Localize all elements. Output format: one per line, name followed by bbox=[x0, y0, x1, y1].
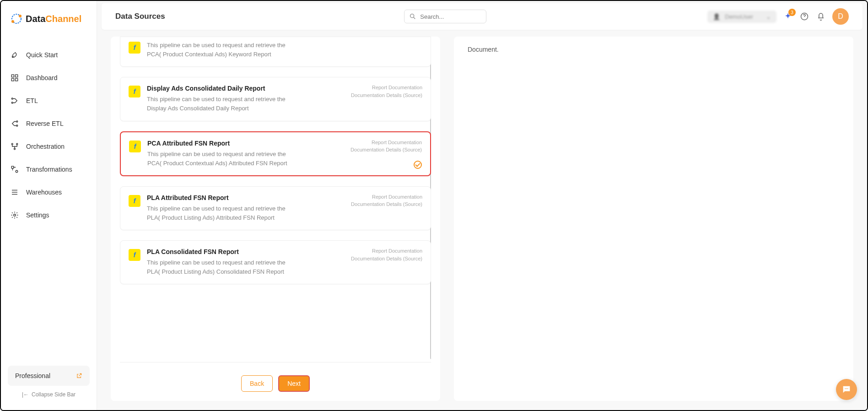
nav-label: Reverse ETL bbox=[26, 120, 64, 127]
nav-reverse-etl[interactable]: Reverse ETL bbox=[1, 112, 97, 135]
report-card[interactable]: fPLA Consolidated FSN ReportThis pipelin… bbox=[120, 240, 431, 284]
nav-dashboard[interactable]: Dashboard bbox=[1, 66, 97, 89]
svg-point-19 bbox=[14, 214, 16, 216]
nav-label: Orchestration bbox=[26, 143, 65, 150]
page-title: Data Sources bbox=[115, 12, 165, 21]
flipkart-icon: f bbox=[129, 86, 140, 97]
nav-transformations[interactable]: Transformations bbox=[1, 158, 97, 181]
doc-links: Report DocumentationDocumentation Detail… bbox=[351, 193, 422, 208]
svg-point-2 bbox=[11, 20, 14, 23]
report-card[interactable]: fPCA Attributed FSN ReportThis pipeline … bbox=[120, 131, 431, 176]
doc-links: Report DocumentationDocumentation Detail… bbox=[351, 247, 422, 262]
flipkart-icon: f bbox=[129, 141, 141, 152]
report-desc: This pipeline can be used to request and… bbox=[147, 258, 289, 276]
nav: Quick Start Dashboard ETL Reverse ETL Or… bbox=[1, 34, 97, 359]
doc-link[interactable]: Report Documentation bbox=[351, 84, 422, 92]
nav-quick-start[interactable]: Quick Start bbox=[1, 43, 97, 66]
report-card[interactable]: fDisplay Ads Consolidated Daily ReportTh… bbox=[120, 77, 431, 121]
doc-link[interactable]: Report Documentation bbox=[351, 193, 422, 201]
side-panel-text: Document. bbox=[468, 46, 499, 53]
grid-icon bbox=[10, 73, 19, 82]
chat-bubble[interactable] bbox=[836, 379, 857, 400]
svg-point-8 bbox=[11, 102, 13, 103]
side-panel: Document. bbox=[454, 37, 853, 401]
avatar[interactable]: D bbox=[832, 8, 849, 25]
user-dropdown[interactable]: 👤 DemoUser ⌄ bbox=[707, 11, 776, 23]
svg-point-22 bbox=[845, 388, 846, 389]
svg-point-24 bbox=[847, 388, 848, 389]
report-desc: This pipeline can be used to request and… bbox=[147, 41, 289, 59]
svg-rect-14 bbox=[11, 166, 14, 168]
doc-link[interactable]: Documentation Details (Source) bbox=[350, 146, 422, 154]
next-button[interactable]: Next bbox=[278, 375, 310, 392]
nav-orchestration[interactable]: Orchestration bbox=[1, 135, 97, 158]
doc-link[interactable]: Report Documentation bbox=[351, 247, 422, 255]
doc-links: Report DocumentationDocumentation Detail… bbox=[351, 84, 422, 99]
nav-warehouses[interactable]: Warehouses bbox=[1, 181, 97, 204]
svg-point-20 bbox=[410, 14, 414, 18]
svg-point-11 bbox=[11, 143, 13, 145]
nav-label: Quick Start bbox=[26, 51, 58, 59]
collapse-sidebar[interactable]: |← Collapse Side Bar bbox=[8, 386, 90, 403]
back-button[interactable]: Back bbox=[241, 375, 273, 392]
bell-icon[interactable] bbox=[816, 11, 826, 22]
svg-point-10 bbox=[16, 125, 18, 126]
report-desc: This pipeline can be used to request and… bbox=[147, 150, 289, 168]
svg-rect-5 bbox=[11, 79, 14, 81]
database-icon bbox=[10, 188, 19, 197]
external-link-icon bbox=[76, 373, 82, 379]
report-desc: This pipeline can be used to request and… bbox=[147, 95, 289, 113]
search-icon bbox=[409, 13, 416, 20]
doc-links: Report DocumentationDocumentation Detail… bbox=[350, 139, 422, 154]
svg-point-9 bbox=[16, 121, 18, 122]
doc-link[interactable]: Report Documentation bbox=[350, 139, 422, 146]
report-card[interactable]: fPLA Attributed FSN ReportThis pipeline … bbox=[120, 186, 431, 230]
logo-text: DataChannel bbox=[26, 14, 81, 24]
nav-label: Dashboard bbox=[26, 74, 58, 81]
doc-link[interactable]: Documentation Details (Source) bbox=[351, 255, 422, 263]
orchestration-icon bbox=[10, 142, 19, 151]
topbar: Data Sources 👤 DemoUser ⌄ 3 bbox=[102, 3, 863, 30]
doc-link[interactable]: Documentation Details (Source) bbox=[351, 200, 422, 208]
pager: Back Next bbox=[120, 362, 431, 392]
report-list: fThis pipeline can be used to request an… bbox=[111, 37, 440, 401]
svg-rect-4 bbox=[16, 75, 18, 77]
svg-rect-6 bbox=[16, 79, 18, 81]
search-input[interactable] bbox=[420, 13, 497, 20]
svg-point-15 bbox=[16, 170, 18, 173]
main: Data Sources 👤 DemoUser ⌄ 3 bbox=[97, 1, 867, 410]
report-desc: This pipeline can be used to request and… bbox=[147, 204, 289, 222]
flipkart-icon: f bbox=[129, 42, 140, 54]
report-card[interactable]: fThis pipeline can be used to request an… bbox=[120, 37, 431, 67]
svg-point-7 bbox=[11, 98, 13, 99]
doc-link[interactable]: Documentation Details (Source) bbox=[351, 92, 422, 99]
reverse-etl-icon bbox=[10, 119, 19, 128]
logo-icon bbox=[10, 12, 23, 25]
svg-point-1 bbox=[19, 15, 22, 17]
nav-label: Transformations bbox=[26, 166, 72, 173]
nav-etl[interactable]: ETL bbox=[1, 89, 97, 112]
flipkart-icon: f bbox=[129, 249, 140, 261]
search-box[interactable] bbox=[404, 10, 486, 23]
svg-point-23 bbox=[846, 388, 847, 389]
svg-point-12 bbox=[16, 143, 18, 145]
check-icon bbox=[414, 161, 422, 169]
svg-point-13 bbox=[14, 148, 16, 150]
nav-label: ETL bbox=[26, 97, 38, 104]
plan-label: Professional bbox=[15, 372, 50, 379]
user-name: DemoUser bbox=[725, 13, 761, 20]
transform-icon bbox=[10, 165, 19, 174]
nav-label: Settings bbox=[26, 211, 49, 219]
user-icon: 👤 bbox=[713, 13, 720, 20]
help-icon[interactable] bbox=[799, 11, 809, 22]
nav-label: Warehouses bbox=[26, 189, 62, 196]
svg-rect-3 bbox=[11, 75, 14, 77]
chevron-down-icon: ⌄ bbox=[766, 13, 771, 20]
logo[interactable]: DataChannel bbox=[1, 1, 97, 34]
plan-badge[interactable]: Professional bbox=[8, 366, 90, 386]
etl-icon bbox=[10, 96, 19, 105]
collapse-icon: |← bbox=[22, 391, 29, 398]
nav-settings[interactable]: Settings bbox=[1, 204, 97, 227]
sidebar: DataChannel Quick Start Dashboard ETL Re… bbox=[1, 1, 97, 410]
sparkle-icon[interactable]: 3 bbox=[783, 11, 793, 22]
